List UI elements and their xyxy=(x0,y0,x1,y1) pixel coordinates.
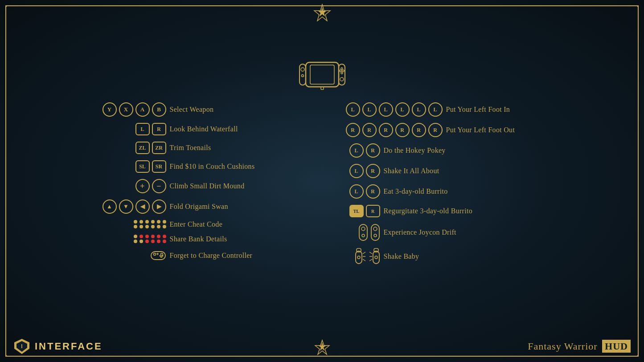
btn-plus: + xyxy=(135,179,150,193)
btn-SR: SR xyxy=(152,160,166,173)
dot xyxy=(157,220,160,224)
dot-col-3r xyxy=(145,235,149,243)
btn-Y: Y xyxy=(103,102,117,117)
combo-bank: Share Bank Details xyxy=(77,235,309,243)
label-left-foot-out: Put Your Left Foot Out xyxy=(446,126,515,134)
combo-select-weapon: Y X A B Select Weapon xyxy=(77,102,309,117)
svg-point-27 xyxy=(162,255,163,256)
dot-col-5 xyxy=(157,220,160,228)
label-trim: Trim Toenails xyxy=(170,144,211,152)
btn-trig-L6: L xyxy=(428,102,443,117)
combo-joycon: Experience Joycon Drift xyxy=(336,224,567,241)
btn-trig-R2: R xyxy=(362,123,377,137)
joycon-right-icon xyxy=(370,224,380,241)
dot xyxy=(134,220,137,224)
label-shake-baby: Shake Baby xyxy=(384,252,419,260)
label-hokey: Do the Hokey Pokey xyxy=(384,146,446,155)
dot-red xyxy=(145,235,149,238)
btn-trig-L5: L xyxy=(412,102,426,117)
dot-col-4 xyxy=(151,220,155,228)
combo-regurgitate: TL R Regurgitate 3-day-old Burrito xyxy=(336,205,567,217)
dot xyxy=(145,225,149,228)
btn-ZR: ZR xyxy=(152,142,166,154)
footer-brand-name: Fantasy Warrior xyxy=(528,341,597,352)
combo-forget: Forget to Charge Controller xyxy=(77,249,309,262)
combo-icons-climb: + − xyxy=(77,179,166,193)
svg-point-34 xyxy=(374,234,377,237)
combo-shake-all: L R Shake It All About xyxy=(336,164,567,178)
combo-look-behind: L R Look Behind Waterfall xyxy=(77,123,309,135)
footer-left: I INTERFACE xyxy=(13,338,103,355)
combo-icons-fold: ▲ ▼ ◀ ▶ xyxy=(77,199,166,214)
top-ornament xyxy=(313,4,331,24)
btn-trig-L-eb: L xyxy=(349,184,364,199)
btn-minus: − xyxy=(152,179,166,193)
btn-L: L xyxy=(135,123,150,135)
label-left-foot-in: Put Your Left Foot In xyxy=(446,106,510,114)
dot-red xyxy=(163,240,166,243)
footer-brand: Fantasy Warrior HUD xyxy=(528,341,631,352)
dot xyxy=(134,235,137,238)
svg-point-2 xyxy=(5,355,7,357)
footer-interface-label: INTERFACE xyxy=(35,341,103,352)
svg-point-14 xyxy=(301,75,304,77)
btn-TL: TL xyxy=(349,205,364,217)
svg-point-3 xyxy=(637,355,639,357)
combo-icons-shake-all: L R xyxy=(336,164,380,178)
svg-rect-35 xyxy=(356,251,362,264)
btn-trig-L4: L xyxy=(395,102,410,117)
dot-red xyxy=(157,235,160,238)
dot-red xyxy=(139,235,143,238)
label-fold: Fold Origami Swan xyxy=(170,203,228,211)
btn-trig-L1: L xyxy=(346,102,360,117)
svg-point-15 xyxy=(341,72,343,74)
label-joycon: Experience Joycon Drift xyxy=(384,228,456,236)
label-forget: Forget to Charge Controller xyxy=(170,252,253,260)
svg-line-40 xyxy=(363,259,365,261)
svg-point-1 xyxy=(637,5,639,7)
dot-col-5r xyxy=(157,235,160,243)
combo-icons-left-foot-out: R R R R R R xyxy=(336,123,443,137)
footer: I INTERFACE Fantasy Warrior HUD xyxy=(0,338,644,355)
combo-icons-eat-burrito: L R xyxy=(336,184,380,199)
svg-point-22 xyxy=(160,253,163,256)
dot-col-2r xyxy=(139,235,143,243)
combo-icons-forget xyxy=(77,249,166,262)
joycon-left-icon xyxy=(358,224,368,241)
btn-trig-R-hk: R xyxy=(366,143,380,158)
dot xyxy=(134,240,137,243)
combo-fold: ▲ ▼ ◀ ▶ Fold Origami Swan xyxy=(77,199,309,214)
btn-trig-L-sa: L xyxy=(349,164,364,178)
svg-rect-8 xyxy=(306,62,339,87)
left-column: Y X A B Select Weapon L R Look Behind Wa… xyxy=(77,102,309,272)
svg-point-30 xyxy=(361,227,365,231)
dot-red xyxy=(145,240,149,243)
dot-col-1 xyxy=(134,220,137,228)
combo-icons-left-foot-in: L L L L L L xyxy=(336,102,443,117)
svg-text:I: I xyxy=(21,343,22,350)
dot xyxy=(139,225,143,228)
svg-point-33 xyxy=(373,227,377,231)
btn-TR: R xyxy=(366,205,380,217)
dot xyxy=(139,220,143,224)
dot-col-1r xyxy=(134,235,137,243)
dot-col-2 xyxy=(139,220,143,228)
btn-trig-R5: R xyxy=(412,123,426,137)
combo-left-foot-in: L L L L L L Put Your Left Foot In xyxy=(336,102,567,117)
dot xyxy=(157,225,160,228)
combo-icons-regurgitate: TL R xyxy=(336,205,380,217)
btn-trig-R6: R xyxy=(428,123,443,137)
combo-icons-look-behind: L R xyxy=(77,123,166,135)
dot-red xyxy=(151,235,155,238)
dot xyxy=(151,225,155,228)
btn-A: A xyxy=(135,102,150,117)
combo-shake-baby: Shake Baby xyxy=(336,248,567,265)
svg-rect-9 xyxy=(310,65,334,84)
combo-left-foot-out: R R R R R R Put Your Left Foot Out xyxy=(336,123,567,137)
btn-down: ▼ xyxy=(119,199,133,214)
dot xyxy=(139,240,143,243)
btn-trig-R1: R xyxy=(346,123,360,137)
right-column: L L L L L L Put Your Left Foot In R R R … xyxy=(336,102,567,272)
svg-point-0 xyxy=(5,5,7,7)
combo-icons-find10: SL SR xyxy=(77,160,166,173)
